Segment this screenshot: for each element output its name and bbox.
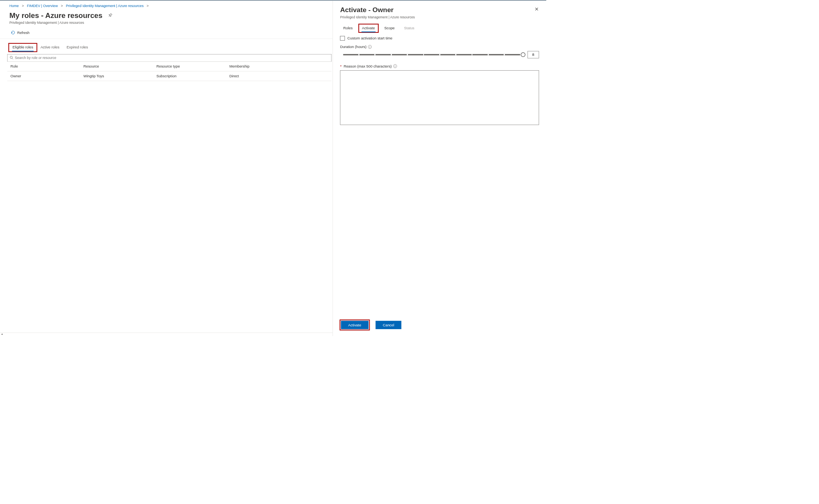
custom-start-row: Custom activation start time	[340, 36, 539, 41]
search-input[interactable]	[15, 56, 329, 60]
col-resource[interactable]: Resource	[83, 64, 156, 69]
close-icon: ✕	[535, 6, 539, 12]
slider-track	[343, 54, 524, 55]
breadcrumb-pim[interactable]: Privileged Identity Management | Azure r…	[66, 4, 144, 8]
breadcrumb-sep: >	[147, 4, 148, 8]
required-indicator: *	[340, 64, 342, 68]
panel-subtitle: Privileged Identity Management | Azure r…	[333, 15, 546, 23]
page-title: My roles - Azure resources	[9, 11, 102, 20]
ptab-activate[interactable]: Activate	[359, 24, 378, 32]
ptab-status: Status	[401, 24, 417, 32]
breadcrumb-overview[interactable]: FIMDEV | Overview	[27, 4, 58, 8]
table-row[interactable]: Owner Wingtip Toys Subscription Direct	[7, 71, 332, 81]
breadcrumb-sep: >	[22, 4, 24, 8]
roles-table: Role Resource Resource type Membership O…	[7, 62, 332, 81]
cell-resource: Wingtip Toys	[83, 74, 156, 78]
panel-tabs: Roles Activate Scope Status	[333, 23, 546, 32]
tab-active-roles[interactable]: Active roles	[37, 43, 63, 52]
refresh-button[interactable]: Refresh	[11, 30, 30, 36]
table-header: Role Resource Resource type Membership	[7, 62, 332, 71]
info-icon[interactable]: i	[368, 45, 372, 48]
cell-role: Owner	[11, 74, 84, 78]
reason-textarea[interactable]	[340, 70, 539, 125]
search-row[interactable]	[7, 54, 332, 62]
custom-start-label: Custom activation start time	[347, 36, 392, 41]
duration-slider[interactable]	[343, 52, 524, 57]
col-membership[interactable]: Membership	[229, 64, 287, 69]
breadcrumb-home[interactable]: Home	[9, 4, 19, 8]
activate-panel: Activate - Owner ✕ Privileged Identity M…	[333, 1, 546, 336]
scroll-left-icon: ◂	[1, 333, 3, 336]
breadcrumb-sep: >	[61, 4, 63, 8]
col-resource-type[interactable]: Resource type	[156, 64, 229, 69]
svg-point-0	[10, 56, 13, 59]
panel-header: Activate - Owner ✕	[333, 1, 546, 15]
cell-resource-type: Subscription	[156, 74, 229, 78]
panel-footer: Activate Cancel	[333, 315, 546, 336]
ptab-scope[interactable]: Scope	[381, 24, 398, 32]
page-title-row: My roles - Azure resources	[0, 10, 333, 21]
activate-button[interactable]: Activate	[341, 321, 368, 329]
search-icon	[10, 56, 13, 60]
refresh-icon	[11, 30, 15, 36]
pin-icon[interactable]	[106, 12, 113, 19]
custom-start-checkbox[interactable]	[340, 36, 345, 41]
info-icon[interactable]: i	[393, 64, 397, 68]
breadcrumb: Home > FIMDEV | Overview > Privileged Id…	[0, 4, 333, 10]
slider-thumb[interactable]	[521, 52, 526, 57]
scrollbar-horizontal[interactable]: ◂	[0, 333, 333, 336]
tab-eligible-roles[interactable]: Eligible roles	[9, 43, 37, 52]
duration-input[interactable]	[528, 51, 539, 59]
panel-body: Custom activation start time Duration (h…	[333, 32, 546, 315]
panel-title: Activate - Owner	[340, 6, 393, 14]
left-pane: Home > FIMDEV | Overview > Privileged Id…	[0, 1, 333, 336]
page-subtitle: Privileged Identity Management | Azure r…	[0, 21, 333, 28]
activate-highlight: Activate	[340, 320, 369, 330]
roles-tabs: Eligible roles Active roles Expired role…	[0, 39, 333, 52]
duration-label-row: Duration (hours) i	[340, 45, 539, 49]
main-container: Home > FIMDEV | Overview > Privileged Id…	[0, 1, 546, 336]
duration-label: Duration (hours)	[340, 45, 366, 49]
cancel-button[interactable]: Cancel	[376, 321, 401, 329]
duration-slider-row	[340, 51, 539, 59]
close-button[interactable]: ✕	[535, 6, 539, 12]
ptab-roles[interactable]: Roles	[340, 24, 356, 32]
col-role[interactable]: Role	[11, 64, 84, 69]
cell-membership: Direct	[229, 74, 287, 78]
reason-label: Reason (max 500 characters)	[343, 64, 392, 68]
tab-expired-roles[interactable]: Expired roles	[63, 43, 91, 52]
reason-label-row: * Reason (max 500 characters) i	[340, 64, 539, 68]
refresh-label: Refresh	[17, 31, 30, 35]
toolbar: Refresh	[0, 28, 333, 39]
